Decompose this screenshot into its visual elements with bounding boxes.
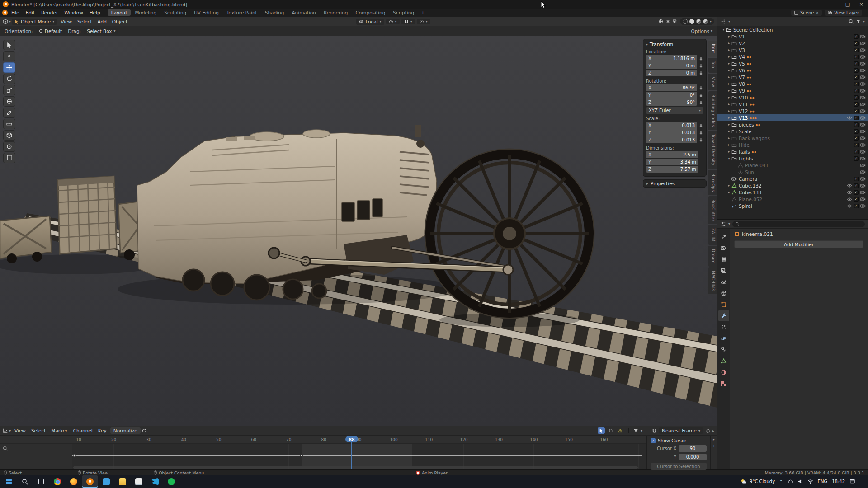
start-button[interactable]	[1, 475, 16, 488]
header-overflow-chevron-icon[interactable]: ▸	[712, 429, 714, 433]
item-name[interactable]: Lights	[739, 156, 753, 161]
lock-icon[interactable]	[699, 64, 703, 68]
disable-in-renders-toggle[interactable]	[859, 102, 866, 107]
disclosure-triangle-icon[interactable]: ▸	[726, 34, 731, 38]
sidebar-collapse-chevron-icon[interactable]: ▸	[713, 437, 715, 441]
workspace-tab[interactable]: Scripting	[389, 9, 418, 16]
menu-item[interactable]: Edit	[23, 9, 38, 16]
item-name[interactable]: Scene Collection	[733, 27, 773, 33]
disclosure-triangle-icon[interactable]: ▸	[726, 68, 731, 72]
tab-data[interactable]	[718, 356, 729, 366]
disclosure-triangle-icon[interactable]: ▸	[726, 136, 731, 140]
taskbar-app-blender[interactable]	[82, 475, 98, 488]
outliner-row[interactable]: ▸ pieces ●● ✓	[717, 121, 868, 128]
outliner-row[interactable]: ▸ V12 ●● ✓	[717, 108, 868, 114]
disable-in-renders-toggle[interactable]	[859, 122, 866, 127]
disclosure-triangle-icon[interactable]: ▸	[726, 41, 731, 45]
item-name[interactable]: Spiral	[739, 203, 752, 209]
outliner-row[interactable]: ▸ V6 ●● ✓	[717, 67, 868, 74]
playhead-line[interactable]	[351, 441, 352, 469]
properties-search-input[interactable]	[741, 221, 862, 226]
tab-render[interactable]	[718, 243, 729, 253]
shading-rendered-button[interactable]	[703, 19, 708, 24]
item-name[interactable]: V13	[739, 115, 748, 121]
item-name[interactable]: Plane.041	[745, 163, 769, 168]
addon-tool-b[interactable]	[3, 153, 15, 163]
tray-overflow-chevron-icon[interactable]: ^	[779, 479, 783, 484]
view-layer-selector[interactable]: View Layer	[825, 10, 862, 16]
lock-icon[interactable]	[699, 100, 703, 104]
mode-dropdown[interactable]: Object Mode ▾	[12, 19, 57, 25]
workspace-tab[interactable]: Sculpting	[160, 9, 190, 16]
lock-icon[interactable]	[699, 123, 703, 127]
item-name[interactable]: Rails	[739, 149, 750, 155]
disable-in-renders-toggle[interactable]	[859, 169, 866, 175]
normalize-toggle[interactable]: Normalize	[110, 427, 141, 434]
only-show-errors-toggle[interactable]	[617, 427, 624, 434]
taskbar-app-spotify[interactable]	[164, 475, 179, 488]
disable-in-renders-toggle[interactable]	[859, 81, 866, 87]
exclude-checkbox[interactable]: ✓	[853, 136, 859, 141]
outliner-row[interactable]: ▸ V5 ●● ✓	[717, 60, 868, 67]
sidebar-tab[interactable]: HardOps	[708, 170, 717, 195]
taskbar-app-notepad[interactable]	[131, 475, 146, 488]
workspace-tab[interactable]: Layout	[108, 9, 131, 16]
outliner-filter-icon[interactable]	[856, 19, 861, 24]
sidebar-add-icon[interactable]: +	[712, 444, 716, 448]
network-icon[interactable]	[807, 479, 813, 484]
addon-tool-a[interactable]	[3, 141, 15, 152]
disable-in-renders-toggle[interactable]	[859, 163, 866, 168]
shading-options-chevron-icon[interactable]: ▾	[710, 19, 712, 23]
outliner-row[interactable]: ▾ Lights ✓	[717, 155, 868, 162]
hide-in-viewport-toggle[interactable]	[846, 203, 853, 209]
show-cursor-checkbox[interactable]: ✓	[651, 438, 656, 443]
tab-texture[interactable]	[718, 378, 729, 389]
lock-icon[interactable]	[699, 131, 703, 135]
outliner-row[interactable]: Spiral ✓	[717, 202, 868, 209]
taskbar-app-explorer[interactable]	[115, 475, 130, 488]
drive-wheel[interactable]	[425, 149, 594, 318]
dimension-field[interactable]: Z 7.57 m	[646, 166, 698, 173]
workspace-tab[interactable]: Compositing	[352, 9, 389, 16]
exclude-checkbox[interactable]: ✓	[853, 89, 859, 93]
disable-in-renders-toggle[interactable]	[859, 136, 866, 141]
keyframe-dot[interactable]	[301, 455, 303, 457]
taskbar-app-firefox[interactable]	[66, 475, 81, 488]
proportional-editing-icon[interactable]	[705, 428, 710, 433]
location-field[interactable]: Z 0 m	[646, 70, 697, 76]
sidebar-tab[interactable]: BoxCutter	[708, 196, 717, 225]
outliner-row[interactable]: Plane.052 ✓	[717, 196, 868, 202]
proportional-edit-dropdown[interactable]: ▾	[417, 19, 430, 24]
item-name[interactable]: pieces	[739, 122, 754, 127]
workspace-tab[interactable]: Modeling	[131, 9, 160, 16]
disable-in-renders-toggle[interactable]	[859, 190, 866, 195]
cursor-tool[interactable]	[3, 51, 15, 61]
properties-type-chevron-icon[interactable]: ▾	[728, 222, 730, 226]
orientation-setting-dropdown[interactable]: Default	[36, 28, 65, 34]
editor-type-icon[interactable]	[3, 19, 8, 24]
workspace-tab[interactable]: Shading	[261, 9, 288, 16]
graph-menu-item[interactable]: View	[12, 427, 28, 434]
scale-field[interactable]: Y 0.013	[646, 129, 697, 136]
pivot-point-dropdown[interactable]: ▾	[386, 19, 400, 24]
add-modifier-button[interactable]: Add Modifier	[734, 240, 863, 248]
item-name[interactable]: V3	[739, 47, 745, 53]
xray-toggle[interactable]	[673, 19, 678, 24]
disclosure-triangle-icon[interactable]: ▸	[726, 82, 731, 86]
lock-icon[interactable]	[699, 86, 703, 90]
hide-in-viewport-toggle[interactable]	[846, 183, 853, 188]
tab-view-layer[interactable]	[718, 265, 729, 276]
exclude-checkbox[interactable]: ✓	[853, 129, 859, 134]
disable-in-renders-toggle[interactable]	[859, 115, 866, 121]
menu-item[interactable]: Help	[86, 9, 104, 16]
exclude-checkbox[interactable]: ✓	[853, 41, 859, 46]
auto-normalize-icon[interactable]	[142, 428, 147, 433]
graph-menu-item[interactable]: Marker	[48, 427, 70, 434]
dimension-field[interactable]: Y 3.34 m	[646, 159, 698, 165]
task-view-button[interactable]	[33, 475, 49, 488]
outliner-row[interactable]: ▾ Scene Collection ✓	[717, 26, 868, 33]
taskbar-app-chrome[interactable]	[50, 475, 65, 488]
sidebar-tab[interactable]: ZALIM	[708, 225, 717, 245]
workspace-tab[interactable]: Rendering	[320, 9, 352, 16]
properties-search[interactable]	[732, 221, 865, 227]
